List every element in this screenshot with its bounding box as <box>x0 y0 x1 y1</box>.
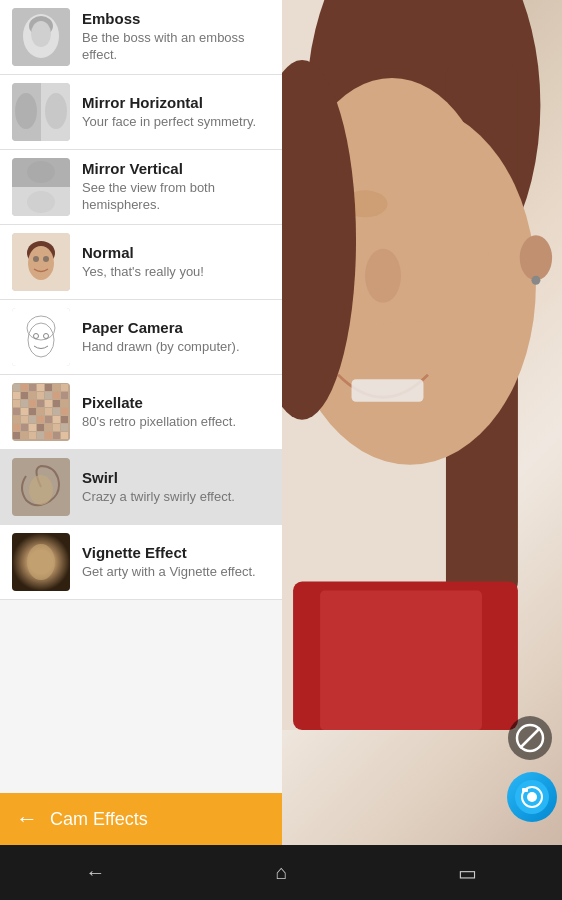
left-panel: Emboss Be the boss with an emboss effect… <box>0 0 282 900</box>
svg-point-98 <box>527 792 537 802</box>
menu-item-text-pixellate: Pixellate 80's retro pixellation effect. <box>82 394 270 431</box>
nav-back-button[interactable]: ← <box>65 853 125 892</box>
menu-item-title-normal: Normal <box>82 244 270 261</box>
svg-rect-68 <box>37 432 44 439</box>
menu-item-vignette-effect[interactable]: Vignette Effect Get arty with a Vignette… <box>0 525 282 600</box>
svg-rect-53 <box>29 416 36 423</box>
svg-rect-52 <box>21 416 28 423</box>
menu-item-title-pixellate: Pixellate <box>82 394 270 411</box>
menu-item-text-swirl: Swirl Crazy a twirly swirly effect. <box>82 469 270 506</box>
svg-rect-37 <box>13 400 20 407</box>
svg-point-14 <box>28 246 54 280</box>
svg-rect-55 <box>45 416 52 423</box>
menu-item-text-mirror-vertical: Mirror Vertical See the view from both h… <box>82 160 270 214</box>
svg-rect-23 <box>13 384 20 391</box>
menu-item-thumb-paper-camera <box>12 308 70 366</box>
svg-rect-64 <box>61 424 68 431</box>
svg-rect-27 <box>45 384 52 391</box>
svg-rect-42 <box>53 400 60 407</box>
effects-menu-list: Emboss Be the boss with an emboss effect… <box>0 0 282 797</box>
menu-item-desc-swirl: Crazy a twirly swirly effect. <box>82 489 270 506</box>
svg-point-75 <box>27 544 55 580</box>
svg-point-7 <box>45 93 67 129</box>
menu-item-title-vignette-effect: Vignette Effect <box>82 544 270 561</box>
svg-rect-66 <box>21 432 28 439</box>
svg-point-86 <box>365 249 401 303</box>
svg-rect-63 <box>53 424 60 431</box>
menu-item-text-mirror-horizontal: Mirror Horizontal Your face in perfect s… <box>82 94 270 131</box>
face-svg <box>282 0 562 730</box>
svg-point-90 <box>520 235 552 280</box>
svg-rect-34 <box>45 392 52 399</box>
menu-item-desc-emboss: Be the boss with an emboss effect. <box>82 30 270 64</box>
svg-rect-47 <box>37 408 44 415</box>
svg-rect-44 <box>13 408 20 415</box>
no-sign-button[interactable] <box>508 716 552 760</box>
menu-item-swirl[interactable]: Swirl Crazy a twirly swirly effect. <box>0 450 282 525</box>
menu-item-thumb-normal <box>12 233 70 291</box>
menu-item-title-emboss: Emboss <box>82 10 270 27</box>
menu-item-mirror-vertical[interactable]: Mirror Vertical See the view from both h… <box>0 150 282 225</box>
svg-rect-33 <box>37 392 44 399</box>
svg-rect-43 <box>61 400 68 407</box>
nav-home-button[interactable]: ⌂ <box>255 853 307 892</box>
camera-view <box>282 0 562 900</box>
menu-item-text-normal: Normal Yes, that's really you! <box>82 244 270 281</box>
svg-rect-70 <box>53 432 60 439</box>
svg-rect-65 <box>13 432 20 439</box>
menu-item-paper-camera[interactable]: Paper Camera Hand drawn (by computer). <box>0 300 282 375</box>
menu-item-text-paper-camera: Paper Camera Hand drawn (by computer). <box>82 319 270 356</box>
menu-item-desc-normal: Yes, that's really you! <box>82 264 270 281</box>
svg-rect-46 <box>29 408 36 415</box>
svg-point-91 <box>531 276 540 285</box>
svg-rect-88 <box>352 379 424 401</box>
menu-item-desc-vignette-effect: Get arty with a Vignette effect. <box>82 564 270 581</box>
svg-rect-69 <box>45 432 52 439</box>
app-title: Cam Effects <box>50 809 148 830</box>
svg-rect-32 <box>29 392 36 399</box>
svg-rect-58 <box>13 424 20 431</box>
menu-item-normal[interactable]: Normal Yes, that's really you! <box>0 225 282 300</box>
svg-rect-54 <box>37 416 44 423</box>
svg-rect-25 <box>29 384 36 391</box>
svg-point-6 <box>15 93 37 129</box>
menu-item-thumb-vignette-effect <box>12 533 70 591</box>
menu-item-title-paper-camera: Paper Camera <box>82 319 270 336</box>
svg-rect-60 <box>29 424 36 431</box>
svg-rect-31 <box>21 392 28 399</box>
menu-item-emboss[interactable]: Emboss Be the boss with an emboss effect… <box>0 0 282 75</box>
svg-rect-24 <box>21 384 28 391</box>
svg-rect-99 <box>522 788 528 792</box>
svg-rect-38 <box>21 400 28 407</box>
menu-item-desc-paper-camera: Hand drawn (by computer). <box>82 339 270 356</box>
svg-rect-35 <box>53 392 60 399</box>
svg-rect-57 <box>61 416 68 423</box>
svg-point-16 <box>43 256 49 262</box>
svg-rect-50 <box>61 408 68 415</box>
camera-face-display <box>282 0 562 900</box>
menu-item-desc-mirror-vertical: See the view from both hemispheres. <box>82 180 270 214</box>
menu-item-thumb-swirl <box>12 458 70 516</box>
camera-app-logo[interactable] <box>507 772 557 822</box>
menu-item-mirror-horizontal[interactable]: Mirror Horizontal Your face in perfect s… <box>0 75 282 150</box>
menu-item-text-vignette-effect: Vignette Effect Get arty with a Vignette… <box>82 544 270 581</box>
svg-rect-40 <box>37 400 44 407</box>
back-arrow-icon[interactable]: ← <box>16 806 38 832</box>
svg-rect-26 <box>37 384 44 391</box>
svg-point-15 <box>33 256 39 262</box>
svg-point-11 <box>27 191 55 213</box>
svg-rect-71 <box>61 432 68 439</box>
menu-item-desc-pixellate: 80's retro pixellation effect. <box>82 414 270 431</box>
svg-rect-56 <box>53 416 60 423</box>
nav-recent-button[interactable]: ▭ <box>438 853 497 893</box>
menu-item-thumb-emboss <box>12 8 70 66</box>
menu-item-thumb-pixellate <box>12 383 70 441</box>
svg-rect-59 <box>21 424 28 431</box>
menu-item-title-mirror-vertical: Mirror Vertical <box>82 160 270 177</box>
menu-item-text-emboss: Emboss Be the boss with an emboss effect… <box>82 10 270 64</box>
system-nav-bar: ← ⌂ ▭ <box>0 845 562 900</box>
svg-rect-45 <box>21 408 28 415</box>
svg-point-73 <box>29 475 53 505</box>
svg-rect-93 <box>320 591 482 730</box>
menu-item-pixellate[interactable]: Pixellate 80's retro pixellation effect. <box>0 375 282 450</box>
